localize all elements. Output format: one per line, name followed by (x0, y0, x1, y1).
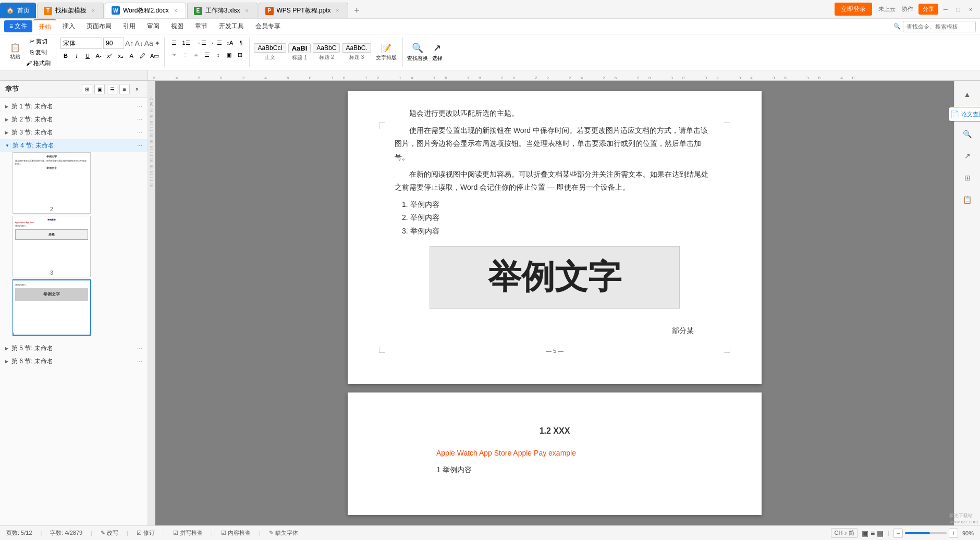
shading-button[interactable]: ▣ (224, 50, 234, 60)
clear-format-button[interactable]: ✦ (154, 39, 161, 47)
font-grow-button[interactable]: A↑ (125, 39, 133, 47)
paper-check-container: 📄 论文查重 (949, 107, 981, 121)
sidebar-item-sec2[interactable]: ▶ 第 2 节: 未命名 ⋯ (0, 113, 148, 126)
ribbon-tab-devtools[interactable]: 开发工具 (214, 20, 249, 33)
zoom-slider[interactable] (905, 532, 947, 534)
format-paint-button[interactable]: 🖌 格式刷 (24, 58, 53, 68)
align-center-button[interactable]: ≡ (180, 50, 190, 60)
tab-word[interactable]: W Word教程2.docx × (105, 3, 186, 18)
view-web-icon[interactable]: ▤ (877, 529, 884, 537)
ribbon-tab-member[interactable]: 会员专享 (250, 20, 286, 33)
style-heading3[interactable]: AaBbC. (342, 43, 371, 53)
paper-check-button[interactable]: 📄 论文查重 (949, 107, 981, 121)
align-left-button[interactable]: ⫧ (169, 50, 179, 60)
find-group: 🔍 查找替换 ↗ 选择 (404, 38, 446, 67)
cut-button[interactable]: ✂ 剪切 (24, 36, 53, 46)
numbered-list-button[interactable]: 1☰ (180, 38, 192, 48)
paste-button[interactable]: 📋粘贴 (7, 42, 23, 62)
tab-excel[interactable]: E 工作簿3.xlsx × (187, 3, 258, 18)
maximize-button[interactable]: □ (953, 4, 963, 15)
find-replace-label[interactable]: 查找替换 (407, 55, 428, 62)
bold-button[interactable]: B (60, 51, 71, 61)
sidebar-icon-2[interactable]: ▣ (94, 84, 105, 94)
italic-button[interactable]: I (71, 51, 82, 61)
view-normal-icon[interactable]: ▣ (862, 529, 868, 537)
page-thumbnail-2[interactable]: 举例文字 题会进行更改以匹配所选的主题。使用在需要位置出现的新按钮在Word中保… (13, 152, 91, 214)
align-right-button[interactable]: ⫨ (191, 50, 201, 60)
style-heading2[interactable]: AaBbC (313, 43, 340, 53)
ribbon-tab-file[interactable]: ≡ 文件 (4, 20, 32, 32)
sidebar-icon-4[interactable]: ≡ (119, 84, 130, 94)
sort-button[interactable]: ↕A (225, 38, 236, 48)
right-btn-search[interactable]: 🔍 (958, 125, 977, 143)
style-normal[interactable]: AaBbCcI (254, 43, 286, 53)
save-status[interactable]: ✎ 改写 (101, 529, 118, 537)
page-thumbnail-3[interactable]: 举例章节 Apple Watch App Store 举例内容行... 表格 3 (13, 216, 91, 277)
login-button[interactable]: 立即登录 (835, 3, 872, 16)
tab-ppt-close[interactable]: × (334, 7, 341, 15)
track-status[interactable]: ☑ 修订 (137, 529, 155, 537)
tab-home[interactable]: 🏠 首页 (0, 3, 36, 18)
char-border-button[interactable]: A▭ (148, 51, 161, 61)
ribbon-tab-start[interactable]: 开始 (33, 19, 56, 33)
border-button[interactable]: ⊞ (235, 50, 245, 60)
underline-button[interactable]: U (82, 51, 93, 61)
right-btn-doc[interactable]: 📋 (958, 190, 977, 209)
sidebar-icon-3[interactable]: ☰ (107, 84, 117, 94)
ribbon-tab-layout[interactable]: 页面布局 (81, 20, 117, 33)
font-missing-status[interactable]: ✎ 缺失字体 (269, 529, 298, 537)
page-thumbnail-4[interactable]: 举例内容行... 举例文字 (13, 279, 91, 336)
highlight-button[interactable]: 🖊 (137, 51, 148, 61)
spell-check-status[interactable]: ☑ 拼写检查 (173, 529, 203, 537)
tab-excel-close[interactable]: × (243, 7, 251, 15)
font-shrink-button[interactable]: A↓ (134, 39, 143, 47)
view-read-icon[interactable]: ≡ (871, 529, 875, 537)
indent-button[interactable]: →☰ (193, 38, 209, 48)
line-spacing-button[interactable]: ↕ (213, 50, 223, 60)
ribbon-tab-ref[interactable]: 引用 (118, 20, 141, 33)
para-layout-button[interactable]: ¶ (236, 38, 246, 48)
sidebar-item-sec4[interactable]: ▼ 第 4 节: 未命名 ⋯ (0, 139, 148, 152)
sidebar-item-sec5[interactable]: ▶ 第 5 节: 未命名 ⋯ (0, 342, 148, 355)
style-heading1[interactable]: AaBl (288, 43, 311, 53)
bullet-list-button[interactable]: ☰ (169, 38, 179, 48)
minimize-button[interactable]: ─ (940, 4, 951, 15)
ribbon-tab-view[interactable]: 视图 (166, 20, 189, 33)
content-check-status[interactable]: ☑ 内容检查 (221, 529, 251, 537)
tab-template-close[interactable]: × (90, 7, 97, 15)
font-color-button[interactable]: A (126, 51, 137, 61)
font-size-input[interactable] (103, 38, 124, 49)
sidebar-close[interactable]: × (132, 84, 142, 94)
tab-word-close[interactable]: × (172, 7, 179, 14)
right-btn-link[interactable]: ↗ (958, 146, 977, 165)
select-label[interactable]: 选择 (432, 55, 443, 62)
ribbon-tab-review[interactable]: 审阅 (142, 20, 165, 33)
superscript-button[interactable]: x² (104, 51, 115, 61)
zoom-in-button[interactable]: + (949, 529, 958, 538)
sidebar-icon-1[interactable]: ⊞ (82, 84, 92, 94)
ribbon-tab-insert[interactable]: 插入 (57, 20, 80, 33)
input-method[interactable]: CH ♪ 简 (831, 528, 858, 538)
sidebar-item-sec1[interactable]: ▶ 第 1 节: 未命名 ⋯ (0, 100, 148, 113)
document-area[interactable]: 题会进行更改以匹配所选的主题。 使用在需要位置出现的新按钮在 Word 中保存时… (155, 81, 954, 525)
text-arrange-button[interactable]: 📝文字排版 (373, 42, 399, 63)
sidebar-item-sec6[interactable]: ▶ 第 6 节: 未命名 ⋯ (0, 355, 148, 368)
strikethrough-button[interactable]: A- (93, 51, 104, 61)
justify-button[interactable]: ☰ (202, 50, 212, 60)
right-btn-grid[interactable]: ⊞ (958, 168, 977, 187)
outdent-button[interactable]: ←☰ (209, 38, 224, 48)
search-input[interactable] (903, 21, 976, 32)
font-case-button[interactable]: Aa (144, 39, 153, 47)
copy-button[interactable]: ⎘ 复制 (24, 47, 53, 57)
tab-template[interactable]: T 找框架模板 × (37, 3, 104, 18)
zoom-out-button[interactable]: − (893, 529, 903, 538)
subscript-button[interactable]: x₂ (115, 51, 126, 61)
font-name-input[interactable] (60, 38, 102, 49)
share-button[interactable]: 分享 (918, 4, 938, 15)
close-button[interactable]: × (965, 4, 976, 15)
right-btn-up[interactable]: ▲ (958, 85, 977, 104)
tab-ppt[interactable]: P WPS PPT教程.pptx × (259, 3, 348, 18)
ribbon-tab-section[interactable]: 章节 (190, 20, 213, 33)
sidebar-item-sec3[interactable]: ▶ 第 3 节: 未命名 ⋯ (0, 126, 148, 139)
add-tab-button[interactable]: + (349, 3, 365, 18)
